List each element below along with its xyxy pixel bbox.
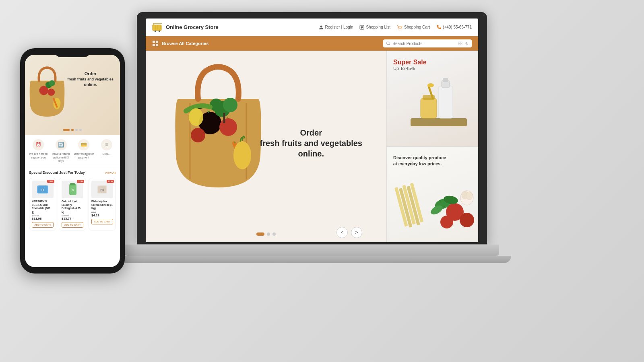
svg-rect-36 bbox=[443, 78, 448, 82]
user-icon bbox=[319, 25, 324, 30]
nav-links: Register | Login Shopping List bbox=[319, 25, 472, 30]
svg-text:Ph: Ph bbox=[101, 189, 104, 191]
phone-icon bbox=[436, 25, 441, 30]
prev-arrow[interactable]: < bbox=[336, 227, 348, 238]
grid-icon bbox=[152, 40, 159, 47]
nav-shopping-list[interactable]: Shopping List bbox=[359, 25, 390, 30]
discover-text: Discover quality produce at everyday low… bbox=[393, 155, 446, 167]
product-3-add-to-cart[interactable]: ADD TO CART bbox=[91, 219, 113, 224]
phone-section-title: Special Discount Just For Today bbox=[29, 171, 85, 175]
nav-shopping-cart[interactable]: Shopping Cart bbox=[397, 25, 430, 30]
phone-products: 23% H HERSHEY'S EGGIES Milk Chocolate (9… bbox=[25, 176, 120, 232]
feature-support: ⏰ We are here to support you bbox=[28, 139, 49, 163]
nav-dot-3[interactable] bbox=[272, 232, 276, 236]
phone-hero: Order fresh fruits and vegetables online… bbox=[25, 55, 120, 135]
svg-rect-34 bbox=[439, 86, 453, 118]
product-2-name: Gain + Liquid Laundry Detergent (4.55 L) bbox=[62, 200, 83, 214]
svg-point-14 bbox=[387, 42, 389, 44]
phone-nav-dots bbox=[63, 129, 82, 131]
phone-screen: Order fresh fruits and vegetables online… bbox=[25, 55, 120, 267]
svg-point-54 bbox=[466, 192, 473, 200]
svg-text:H: H bbox=[41, 188, 44, 192]
svg-point-31 bbox=[233, 141, 251, 169]
nav-phone[interactable]: (+49) 55-66-771 bbox=[436, 25, 472, 30]
feature-payment-icon: 💳 bbox=[78, 139, 89, 150]
logo-text: Online Grocery Store bbox=[166, 24, 219, 30]
phone-dot-4[interactable] bbox=[79, 129, 82, 131]
scene: Online Grocery Store Register | Login bbox=[0, 0, 644, 362]
product-3-image: Ph bbox=[91, 181, 113, 198]
feature-extra: ≡ Expr... bbox=[97, 139, 117, 163]
phone-hero-text: Order fresh fruits and vegetables online… bbox=[67, 71, 114, 88]
detergent-icon: G bbox=[65, 182, 80, 197]
product-2-add-to-cart[interactable]: ADD TO CART bbox=[62, 222, 83, 228]
nav-dot-2[interactable] bbox=[267, 232, 270, 236]
nav-register[interactable]: Register | Login bbox=[319, 25, 353, 30]
svg-line-15 bbox=[389, 44, 390, 45]
svg-rect-33 bbox=[411, 118, 467, 126]
next-arrow[interactable]: > bbox=[351, 227, 362, 238]
feature-support-text: We are here to support you bbox=[28, 152, 49, 159]
phone-dot-2[interactable] bbox=[71, 129, 74, 131]
list-icon bbox=[359, 25, 364, 30]
svg-point-30 bbox=[210, 99, 223, 111]
search-bar[interactable] bbox=[383, 39, 472, 47]
phone-bag-illustration bbox=[25, 55, 73, 127]
grocery-bag-illustration bbox=[154, 51, 283, 195]
phone-dot-3[interactable] bbox=[75, 129, 78, 131]
product-1-add-to-cart[interactable]: ADD TO CART bbox=[32, 222, 54, 228]
svg-rect-16 bbox=[458, 42, 460, 43]
svg-rect-12 bbox=[153, 44, 155, 46]
sale-text: Super Sale Up To 45% bbox=[393, 59, 427, 71]
svg-point-27 bbox=[191, 128, 205, 142]
svg-point-58 bbox=[49, 80, 55, 86]
svg-point-56 bbox=[47, 88, 55, 96]
category-label[interactable]: Browse All Categories bbox=[152, 40, 208, 47]
phone-section-header: Special Discount Just For Today View All bbox=[25, 167, 120, 176]
sale-subtitle: Up To 45% bbox=[393, 66, 427, 71]
svg-point-8 bbox=[398, 29, 399, 29]
svg-rect-18 bbox=[458, 44, 460, 45]
milk-illustration bbox=[386, 66, 478, 146]
category-bar[interactable]: Browse All Categories bbox=[146, 36, 478, 51]
phone: Order fresh fruits and vegetables online… bbox=[20, 48, 125, 282]
sale-title: Super Sale bbox=[393, 59, 427, 66]
phone-features: ⏰ We are here to support you 🔄 have a re… bbox=[25, 135, 120, 167]
svg-point-29 bbox=[223, 98, 237, 112]
phone-dot-1[interactable] bbox=[63, 129, 70, 131]
svg-point-9 bbox=[401, 29, 402, 29]
cream-cheese-icon: Ph bbox=[95, 182, 109, 197]
nav-dot-1[interactable] bbox=[256, 232, 264, 236]
product-3-name: Philadelphia Cream Cheese (1 Kg) bbox=[91, 200, 113, 210]
phone-view-all[interactable]: View All bbox=[105, 171, 116, 175]
shopping-cart-icon bbox=[397, 25, 402, 30]
product-3-badge: 12% bbox=[107, 180, 114, 183]
phone-product-3: 12% Ph Philadelphia Cream Cheese (1 Kg) … bbox=[89, 178, 116, 230]
feature-extra-text: Expr... bbox=[103, 152, 111, 156]
hersheys-icon: H bbox=[35, 182, 50, 197]
feature-payment-text: Different type of payment bbox=[74, 152, 94, 159]
svg-point-40 bbox=[427, 83, 434, 87]
product-1-price: $11.98 bbox=[32, 217, 54, 220]
svg-point-48 bbox=[440, 216, 453, 228]
logo-cart-icon bbox=[152, 23, 163, 32]
feature-support-icon: ⏰ bbox=[33, 139, 44, 150]
site-logo[interactable]: Online Grocery Store bbox=[152, 23, 219, 32]
laptop-base bbox=[125, 245, 499, 256]
feature-extra-icon: ≡ bbox=[101, 139, 112, 150]
laptop-base-bottom bbox=[113, 256, 511, 263]
product-3-price: $4.28 bbox=[91, 214, 113, 217]
browser-navbar: Online Grocery Store Register | Login bbox=[146, 19, 478, 36]
search-input[interactable] bbox=[392, 41, 456, 46]
product-1-name: HERSHEY'S EGGIES Milk Chocolate (900 g) bbox=[32, 200, 54, 214]
svg-rect-11 bbox=[156, 41, 158, 43]
search-icon bbox=[386, 41, 390, 46]
super-sale-panel: Super Sale Up To 45% bbox=[386, 51, 478, 146]
mic-icon bbox=[465, 41, 469, 46]
feature-refund-text: have a refund policy until 3 days bbox=[51, 152, 72, 163]
hero-section: Order fresh fruits and vegetables online… bbox=[146, 51, 386, 242]
svg-rect-37 bbox=[421, 98, 437, 118]
phone-product-1: 23% H HERSHEY'S EGGIES Milk Chocolate (9… bbox=[29, 178, 56, 230]
svg-rect-10 bbox=[153, 41, 155, 43]
svg-text:G: G bbox=[72, 189, 74, 191]
